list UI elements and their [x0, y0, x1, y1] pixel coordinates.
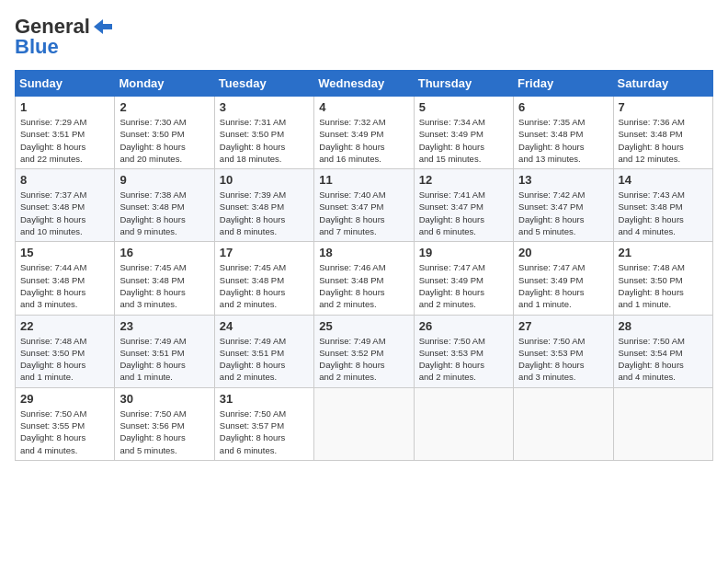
calendar-cell: 13 Sunrise: 7:42 AMSunset: 3:47 PMDaylig… [514, 169, 613, 242]
day-number: 26 [419, 319, 508, 333]
day-detail: Sunrise: 7:46 AMSunset: 3:48 PMDaylight:… [319, 262, 385, 309]
day-number: 16 [119, 246, 209, 259]
day-number: 11 [319, 173, 408, 187]
day-number: 22 [20, 319, 109, 333]
day-number: 17 [220, 246, 309, 259]
day-number: 19 [419, 246, 508, 259]
day-detail: Sunrise: 7:49 AMSunset: 3:51 PMDaylight:… [220, 336, 286, 383]
day-detail: Sunrise: 7:34 AMSunset: 3:49 PMDaylight:… [419, 117, 485, 164]
calendar-cell: 4 Sunrise: 7:32 AMSunset: 3:49 PMDayligh… [314, 97, 414, 169]
calendar-cell: 10 Sunrise: 7:39 AMSunset: 3:48 PMDaylig… [214, 169, 313, 242]
calendar-cell [314, 387, 414, 460]
day-detail: Sunrise: 7:37 AMSunset: 3:48 PMDaylight:… [20, 190, 86, 236]
calendar-cell: 31 Sunrise: 7:50 AMSunset: 3:57 PMDaylig… [214, 387, 313, 460]
day-number: 29 [20, 392, 109, 406]
day-number: 4 [319, 100, 408, 114]
page-header: General Blue [15, 15, 713, 59]
col-header-sunday: Sunday [16, 71, 115, 97]
day-detail: Sunrise: 7:43 AMSunset: 3:48 PMDaylight:… [619, 190, 685, 236]
calendar-cell: 14 Sunrise: 7:43 AMSunset: 3:48 PMDaylig… [613, 169, 712, 242]
logo-arrow-icon [90, 17, 114, 36]
calendar-cell: 18 Sunrise: 7:46 AMSunset: 3:48 PMDaylig… [314, 242, 414, 315]
day-detail: Sunrise: 7:38 AMSunset: 3:48 PMDaylight:… [119, 190, 186, 236]
day-number: 12 [419, 173, 508, 187]
day-number: 10 [220, 173, 309, 187]
calendar-cell: 9 Sunrise: 7:38 AMSunset: 3:48 PMDayligh… [115, 169, 214, 242]
calendar-cell: 22 Sunrise: 7:48 AMSunset: 3:50 PMDaylig… [16, 315, 115, 387]
calendar-cell: 2 Sunrise: 7:30 AMSunset: 3:50 PMDayligh… [115, 97, 214, 169]
calendar-cell: 16 Sunrise: 7:45 AMSunset: 3:48 PMDaylig… [115, 242, 214, 315]
calendar-cell: 11 Sunrise: 7:40 AMSunset: 3:47 PMDaylig… [314, 169, 414, 242]
calendar-cell: 30 Sunrise: 7:50 AMSunset: 3:56 PMDaylig… [115, 387, 214, 460]
day-detail: Sunrise: 7:49 AMSunset: 3:52 PMDaylight:… [319, 336, 385, 383]
day-detail: Sunrise: 7:31 AMSunset: 3:50 PMDaylight:… [220, 117, 286, 164]
day-detail: Sunrise: 7:48 AMSunset: 3:50 PMDaylight:… [619, 262, 685, 309]
day-detail: Sunrise: 7:50 AMSunset: 3:54 PMDaylight:… [619, 336, 685, 383]
day-number: 1 [20, 100, 109, 114]
calendar-cell: 5 Sunrise: 7:34 AMSunset: 3:49 PMDayligh… [414, 97, 513, 169]
day-number: 5 [419, 100, 508, 114]
day-number: 31 [220, 392, 309, 406]
day-number: 14 [619, 173, 708, 187]
day-detail: Sunrise: 7:29 AMSunset: 3:51 PMDaylight:… [20, 117, 86, 164]
calendar-cell: 15 Sunrise: 7:44 AMSunset: 3:48 PMDaylig… [16, 242, 115, 315]
logo: General Blue [15, 15, 114, 59]
day-detail: Sunrise: 7:50 AMSunset: 3:56 PMDaylight:… [119, 408, 186, 455]
day-detail: Sunrise: 7:49 AMSunset: 3:51 PMDaylight:… [119, 336, 186, 383]
day-detail: Sunrise: 7:42 AMSunset: 3:47 PMDaylight:… [518, 190, 585, 236]
day-number: 7 [619, 100, 708, 114]
day-detail: Sunrise: 7:50 AMSunset: 3:53 PMDaylight:… [518, 336, 585, 383]
calendar-cell: 6 Sunrise: 7:35 AMSunset: 3:48 PMDayligh… [514, 97, 613, 169]
day-number: 23 [119, 319, 209, 333]
day-detail: Sunrise: 7:41 AMSunset: 3:47 PMDaylight:… [419, 190, 485, 236]
day-detail: Sunrise: 7:40 AMSunset: 3:47 PMDaylight:… [319, 190, 385, 236]
calendar-cell: 1 Sunrise: 7:29 AMSunset: 3:51 PMDayligh… [16, 97, 115, 169]
day-detail: Sunrise: 7:47 AMSunset: 3:49 PMDaylight:… [419, 262, 485, 309]
day-detail: Sunrise: 7:50 AMSunset: 3:55 PMDaylight:… [20, 408, 86, 455]
calendar-cell: 7 Sunrise: 7:36 AMSunset: 3:48 PMDayligh… [613, 97, 712, 169]
calendar-cell: 29 Sunrise: 7:50 AMSunset: 3:55 PMDaylig… [16, 387, 115, 460]
day-detail: Sunrise: 7:50 AMSunset: 3:57 PMDaylight:… [220, 408, 286, 455]
calendar-cell: 26 Sunrise: 7:50 AMSunset: 3:53 PMDaylig… [414, 315, 513, 387]
day-number: 24 [220, 319, 309, 333]
day-detail: Sunrise: 7:39 AMSunset: 3:48 PMDaylight:… [220, 190, 286, 236]
calendar-cell: 23 Sunrise: 7:49 AMSunset: 3:51 PMDaylig… [115, 315, 214, 387]
col-header-monday: Monday [115, 71, 214, 97]
day-number: 2 [119, 100, 209, 114]
col-header-saturday: Saturday [613, 71, 712, 97]
logo-blue: Blue [15, 35, 59, 59]
day-detail: Sunrise: 7:35 AMSunset: 3:48 PMDaylight:… [518, 117, 585, 164]
day-detail: Sunrise: 7:48 AMSunset: 3:50 PMDaylight:… [20, 336, 86, 383]
day-number: 8 [20, 173, 109, 187]
calendar-cell: 20 Sunrise: 7:47 AMSunset: 3:49 PMDaylig… [514, 242, 613, 315]
day-detail: Sunrise: 7:44 AMSunset: 3:48 PMDaylight:… [20, 262, 86, 309]
calendar-cell: 19 Sunrise: 7:47 AMSunset: 3:49 PMDaylig… [414, 242, 513, 315]
calendar-cell [613, 387, 712, 460]
svg-marker-0 [94, 19, 112, 34]
day-number: 6 [518, 100, 608, 114]
day-detail: Sunrise: 7:50 AMSunset: 3:53 PMDaylight:… [419, 336, 485, 383]
day-detail: Sunrise: 7:45 AMSunset: 3:48 PMDaylight:… [119, 262, 186, 309]
day-number: 25 [319, 319, 408, 333]
day-detail: Sunrise: 7:36 AMSunset: 3:48 PMDaylight:… [619, 117, 685, 164]
col-header-friday: Friday [514, 71, 613, 97]
day-detail: Sunrise: 7:32 AMSunset: 3:49 PMDaylight:… [319, 117, 385, 164]
day-number: 27 [518, 319, 608, 333]
calendar-cell: 21 Sunrise: 7:48 AMSunset: 3:50 PMDaylig… [613, 242, 712, 315]
day-detail: Sunrise: 7:45 AMSunset: 3:48 PMDaylight:… [220, 262, 286, 309]
calendar-cell: 8 Sunrise: 7:37 AMSunset: 3:48 PMDayligh… [16, 169, 115, 242]
day-number: 13 [518, 173, 608, 187]
calendar-table: SundayMondayTuesdayWednesdayThursdayFrid… [15, 70, 713, 461]
col-header-wednesday: Wednesday [314, 71, 414, 97]
day-number: 28 [619, 319, 708, 333]
col-header-thursday: Thursday [414, 71, 513, 97]
day-number: 18 [319, 246, 408, 259]
calendar-cell: 28 Sunrise: 7:50 AMSunset: 3:54 PMDaylig… [613, 315, 712, 387]
day-number: 21 [619, 246, 708, 259]
day-detail: Sunrise: 7:47 AMSunset: 3:49 PMDaylight:… [518, 262, 585, 309]
calendar-cell [414, 387, 513, 460]
day-number: 30 [119, 392, 209, 406]
day-number: 15 [20, 246, 109, 259]
calendar-cell: 12 Sunrise: 7:41 AMSunset: 3:47 PMDaylig… [414, 169, 513, 242]
day-detail: Sunrise: 7:30 AMSunset: 3:50 PMDaylight:… [119, 117, 186, 164]
